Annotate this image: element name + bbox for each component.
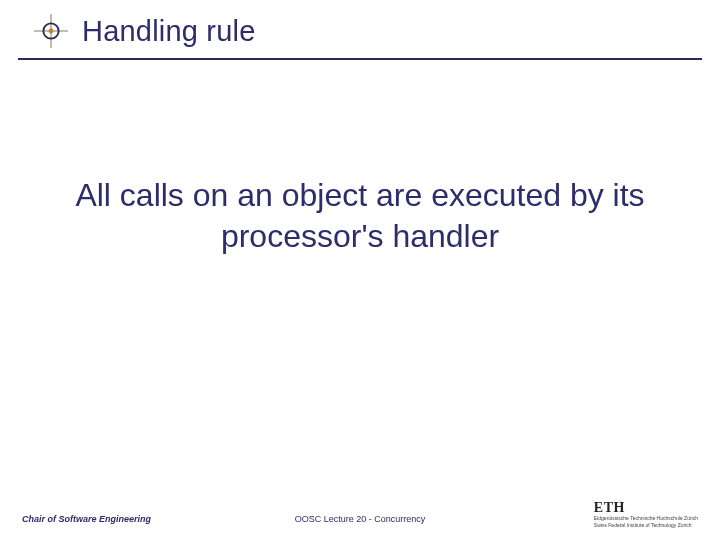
footer-left: Chair of Software Engineering <box>22 514 151 524</box>
svg-point-3 <box>49 29 54 34</box>
footer-logo: ETH Eidgenössische Technische Hochschule… <box>594 501 698 528</box>
slide-title: Handling rule <box>82 15 256 48</box>
cross-dot-icon <box>34 14 68 48</box>
slide-header: Handling rule <box>18 0 702 60</box>
eth-logo-sub2: Swiss Federal Institute of Technology Zu… <box>594 523 698 529</box>
slide-body: All calls on an object are executed by i… <box>40 175 680 257</box>
slide-footer: Chair of Software Engineering OOSC Lectu… <box>0 498 720 528</box>
body-text: All calls on an object are executed by i… <box>40 175 680 257</box>
eth-logo-sub1: Eidgenössische Technische Hochschule Zür… <box>594 516 698 522</box>
footer-center: OOSC Lecture 20 - Concurrency <box>295 514 426 524</box>
eth-logo-text: ETH <box>594 501 698 515</box>
